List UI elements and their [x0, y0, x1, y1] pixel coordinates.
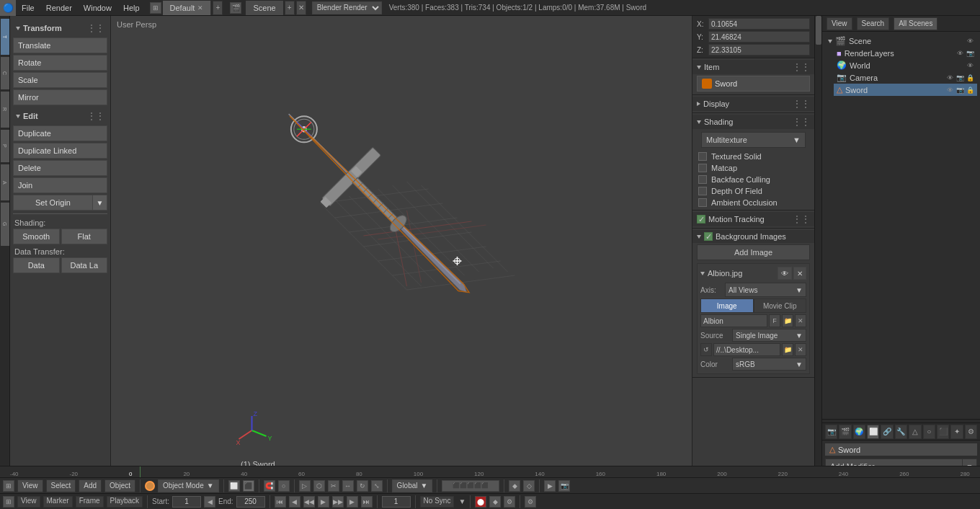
- f-label-btn[interactable]: F: [769, 314, 780, 327]
- join-button[interactable]: Join: [13, 177, 107, 193]
- physics-tab-icon[interactable]: P: [1, 130, 9, 162]
- current-frame-field[interactable]: 1: [382, 496, 411, 508]
- render-prop-icon[interactable]: 📷: [825, 425, 837, 439]
- right-scrollbar[interactable]: [814, 16, 821, 477]
- texture-prop-icon[interactable]: ⬛: [937, 425, 949, 439]
- keyframe-icon-2[interactable]: ◇: [523, 480, 535, 492]
- bg-image-eye-btn[interactable]: 👁: [778, 267, 792, 280]
- workspace-tab-default[interactable]: Default ✕: [163, 1, 212, 15]
- file-browse-btn[interactable]: 📁: [782, 314, 793, 327]
- sword-render-icon[interactable]: 📷: [956, 87, 964, 94]
- outliner-item-world[interactable]: 🌍 World 👁: [834, 59, 977, 71]
- file-clear-btn[interactable]: ✕: [795, 314, 806, 327]
- duplicate-linked-button[interactable]: Duplicate Linked: [13, 143, 107, 159]
- motion-tracking-checkbox[interactable]: ✓: [697, 215, 705, 223]
- backface-culling-checkbox[interactable]: [698, 175, 707, 184]
- outliner-search-btn[interactable]: Search: [857, 17, 890, 30]
- object-menu-btn[interactable]: Object: [104, 479, 135, 492]
- keyframe-record-btn[interactable]: ⬤: [475, 496, 486, 508]
- flat-button[interactable]: Flat: [61, 229, 108, 244]
- no-sync-btn[interactable]: No Sync: [420, 496, 455, 508]
- movie-clip-tab[interactable]: Movie Clip: [754, 298, 807, 313]
- path-browse-btn[interactable]: 📁: [782, 343, 793, 356]
- jump-end-btn[interactable]: ⏭: [361, 496, 373, 508]
- outliner-item-camera[interactable]: 📷 Camera 👁 📷 🔒: [834, 71, 977, 84]
- step-back-btn[interactable]: ◀: [289, 496, 300, 508]
- add-workspace-btn[interactable]: +: [213, 1, 223, 15]
- sword-eye-icon[interactable]: 👁: [945, 87, 954, 94]
- render-icon-2[interactable]: 📷: [558, 480, 570, 492]
- scale-icon[interactable]: ⤡: [371, 480, 383, 492]
- sword-lock-icon[interactable]: 🔒: [966, 87, 974, 94]
- timeline-settings-btn[interactable]: ⚙: [525, 496, 536, 508]
- camera-lock-icon[interactable]: 🔒: [966, 74, 974, 81]
- add-image-button[interactable]: Add Image: [697, 244, 810, 260]
- keyframe-settings-btn[interactable]: ⚙: [504, 496, 515, 508]
- keyframe-icon-1[interactable]: ◆: [509, 480, 520, 492]
- textured-solid-checkbox[interactable]: [698, 152, 707, 161]
- engine-selector[interactable]: Blender Render: [312, 1, 382, 14]
- keyframe-add-btn[interactable]: ◆: [489, 496, 501, 508]
- view-mode-icon[interactable]: ⊞: [150, 2, 161, 14]
- layer-icon-1[interactable]: ⬛⬛⬛⬛⬛: [442, 480, 499, 492]
- bg-image-close-btn[interactable]: ✕: [793, 267, 806, 280]
- outliner-item-scene[interactable]: 🎬 Scene 👁: [825, 35, 977, 48]
- translate-button[interactable]: Translate: [13, 37, 107, 53]
- world-prop-icon[interactable]: 🌍: [853, 425, 865, 439]
- renderlayers-render-icon[interactable]: 📷: [966, 50, 974, 57]
- no-sync-arrow[interactable]: ▼: [458, 497, 466, 505]
- viewport-shading-1[interactable]: ⬜: [228, 480, 240, 492]
- motion-tracking-header[interactable]: ✓ Motion Tracking ⋮⋮: [692, 212, 814, 226]
- set-origin-button[interactable]: Set Origin: [13, 195, 93, 211]
- play-btn[interactable]: ▶: [318, 496, 329, 508]
- select-icon-1[interactable]: ▷: [299, 480, 311, 492]
- select-menu-btn[interactable]: Select: [46, 479, 76, 492]
- add-scene-btn[interactable]: +: [285, 1, 295, 15]
- object-prop-icon[interactable]: ⬜: [867, 425, 879, 439]
- set-origin-arrow[interactable]: ▼: [93, 195, 107, 211]
- outliner-item-sword[interactable]: △ Sword 👁 📷 🔒: [834, 84, 977, 96]
- viewport-shading-2[interactable]: ⬛: [243, 480, 254, 492]
- transform-section-header[interactable]: Transform ⋮⋮: [13, 22, 107, 35]
- timeline-playback-btn[interactable]: Playback: [107, 496, 143, 508]
- scroll-thumb[interactable]: [816, 16, 821, 45]
- global-selector[interactable]: Global ▼: [392, 479, 433, 492]
- end-frame-field[interactable]: 250: [236, 496, 265, 508]
- albion-field[interactable]: Albion: [700, 314, 767, 327]
- play-back-btn[interactable]: ◀◀: [303, 496, 315, 508]
- constraint-prop-icon[interactable]: 🔗: [881, 425, 893, 439]
- world-eye-icon[interactable]: 👁: [966, 62, 974, 69]
- scale-button[interactable]: Scale: [13, 72, 107, 88]
- data-la-button[interactable]: Data La: [61, 257, 108, 273]
- snap-icon[interactable]: 🧲: [264, 480, 275, 492]
- create-tab-icon[interactable]: C: [1, 57, 9, 89]
- path-clear-btn[interactable]: ✕: [795, 343, 806, 356]
- engine-dropdown[interactable]: Blender Render: [312, 1, 382, 14]
- duplicate-button[interactable]: Duplicate: [13, 125, 107, 141]
- axis-dropdown[interactable]: All Views ▼: [725, 283, 806, 297]
- camera-render-icon[interactable]: 📷: [956, 74, 964, 81]
- renderlayers-eye-icon[interactable]: 👁: [956, 50, 964, 57]
- color-dropdown[interactable]: sRGB ▼: [732, 358, 806, 371]
- scene-prop-icon[interactable]: 🎬: [839, 425, 851, 439]
- grease-tab-icon[interactable]: G: [1, 203, 9, 246]
- path-field[interactable]: //..\Desktop...: [713, 343, 780, 356]
- close-scene-btn[interactable]: ✕: [296, 1, 306, 15]
- render-icon-1[interactable]: ▶: [544, 480, 556, 492]
- timeline-frame-btn[interactable]: Frame: [76, 496, 104, 508]
- particles-prop-icon[interactable]: ✦: [950, 425, 963, 439]
- menu-window[interactable]: Window: [78, 0, 117, 15]
- background-images-checkbox[interactable]: ✓: [704, 232, 713, 241]
- outliner-all-scenes-btn[interactable]: All Scenes: [894, 17, 937, 30]
- modifier-prop-icon[interactable]: 🔧: [895, 425, 907, 439]
- scene-eye-icon[interactable]: 👁: [966, 37, 974, 45]
- outliner-view-btn[interactable]: View: [827, 17, 852, 30]
- data-prop-icon[interactable]: △: [909, 425, 921, 439]
- rotate-button[interactable]: Rotate: [13, 55, 107, 71]
- display-header[interactable]: Display ⋮⋮: [692, 97, 814, 111]
- item-name-field[interactable]: Sword: [697, 76, 810, 92]
- tools-tab-icon[interactable]: T: [1, 19, 9, 55]
- edit-section-header[interactable]: Edit ⋮⋮: [13, 110, 107, 123]
- outliner-item-renderlayers[interactable]: ■ RenderLayers 👁 📷: [834, 48, 977, 59]
- shading-header[interactable]: Shading ⋮⋮: [692, 115, 814, 129]
